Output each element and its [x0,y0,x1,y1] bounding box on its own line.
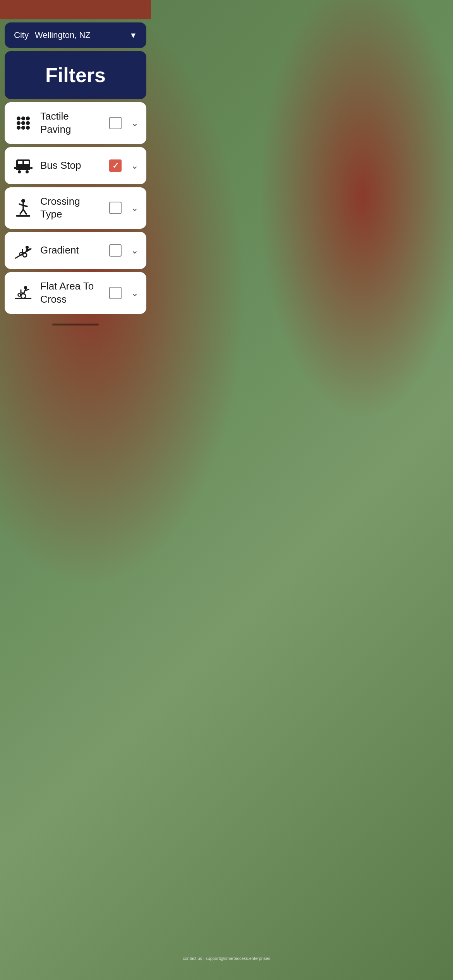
svg-point-38 [21,294,26,298]
bus-stop-expand-icon[interactable]: ⌄ [131,160,139,171]
home-indicator [52,324,99,326]
svg-point-14 [26,170,29,173]
flat-area-expand-icon[interactable]: ⌄ [131,288,139,298]
bus-stop-label: Bus Stop [40,159,103,172]
svg-point-8 [26,126,30,130]
svg-point-5 [26,121,30,125]
filters-header: Filters [5,51,146,99]
city-label: City [14,30,29,40]
filter-card-tactile-paving[interactable]: TactilePaving ⌄ [5,102,146,144]
flat-area-icon [12,282,34,304]
svg-rect-24 [16,216,30,217]
svg-rect-23 [16,215,30,216]
bus-stop-icon [12,155,34,176]
tactile-paving-icon [12,112,34,134]
tactile-paving-expand-icon[interactable]: ⌄ [131,118,139,128]
svg-point-6 [17,126,21,130]
svg-line-34 [24,289,26,293]
svg-rect-10 [16,168,30,170]
crossing-type-icon [12,197,34,219]
svg-point-3 [17,121,21,125]
filter-card-gradient[interactable]: Gradient ⌄ [5,232,146,269]
crossing-type-label: CrossingType [40,195,103,221]
svg-line-22 [23,209,26,214]
tactile-paving-label: TactilePaving [40,110,103,136]
svg-point-13 [18,170,21,173]
svg-line-21 [20,209,23,214]
crossing-type-expand-icon[interactable]: ⌄ [131,202,139,213]
gradient-checkbox[interactable] [109,244,122,257]
filters-title: Filters [45,64,106,86]
tactile-paving-checkbox[interactable] [109,117,122,129]
svg-point-32 [20,253,22,255]
chevron-down-icon: ▼ [129,31,137,40]
city-selector[interactable]: City Wellington, NZ ▼ [5,22,146,48]
filter-card-bus-stop[interactable]: Bus Stop ⌄ [5,147,146,184]
crossing-type-checkbox[interactable] [109,202,122,214]
svg-rect-12 [24,161,29,164]
svg-point-7 [21,126,25,130]
svg-line-27 [26,249,27,253]
svg-rect-11 [18,161,22,164]
gradient-label: Gradient [40,244,103,257]
svg-point-39 [18,293,21,296]
filter-card-crossing-type[interactable]: CrossingType ⌄ [5,187,146,229]
top-bar [0,0,151,19]
svg-point-0 [17,117,21,120]
city-value: Wellington, NZ [35,30,123,40]
flat-area-label: Flat Area ToCross [40,280,103,306]
svg-point-1 [21,117,25,120]
svg-point-2 [26,117,30,120]
svg-point-31 [23,253,27,257]
svg-line-20 [23,206,27,206]
svg-point-4 [21,121,25,125]
gradient-expand-icon[interactable]: ⌄ [131,245,139,256]
filter-card-flat-area[interactable]: Flat Area ToCross ⌄ [5,272,146,314]
bottom-bar [0,317,151,332]
svg-rect-16 [30,167,33,169]
svg-rect-15 [14,167,16,169]
svg-line-35 [26,290,29,290]
bus-stop-checkbox[interactable] [109,159,122,172]
flat-area-checkbox[interactable] [109,287,122,299]
gradient-icon [12,240,34,261]
